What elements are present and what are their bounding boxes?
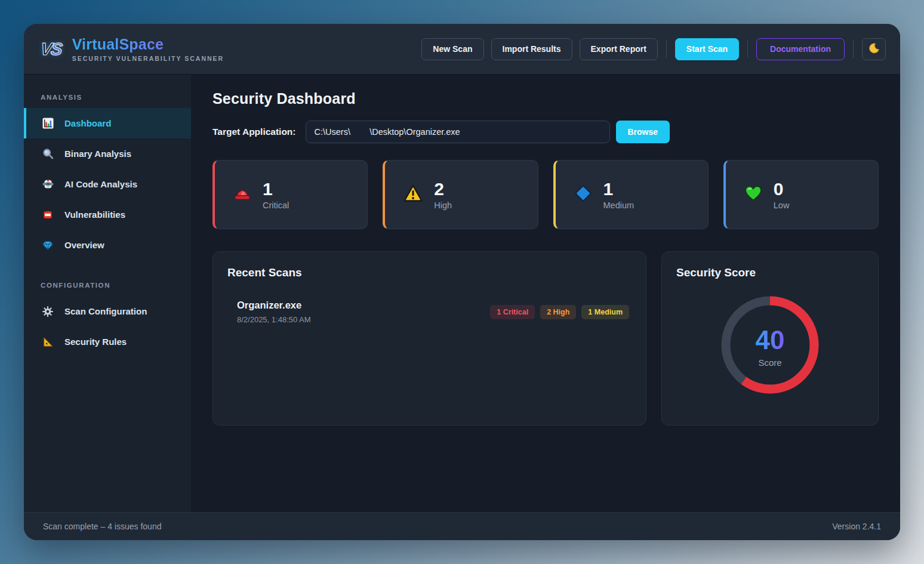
stat-card-critical: 1 Critical	[212, 160, 368, 229]
crescent-moon-icon	[868, 42, 880, 56]
sidebar-item-vulnerabilities[interactable]: Vulnerabilities	[24, 199, 191, 230]
stat-label-low: Low	[774, 201, 790, 210]
brand: VirtualSpace SECURITY VULNERABILITY SCAN…	[72, 36, 224, 62]
stat-value-critical: 1	[263, 179, 289, 199]
main-content: Security Dashboard Target Application: B…	[191, 75, 900, 512]
robot-icon	[41, 178, 55, 190]
sidebar-item-label: Dashboard	[64, 118, 111, 128]
sidebar-section-configuration: CONFIGURATION	[24, 269, 191, 296]
sidebar-section-analysis: ANALYSIS	[24, 81, 191, 108]
blue-gem-icon	[41, 239, 55, 251]
header-divider	[666, 40, 667, 58]
magnifier-icon	[41, 147, 55, 160]
recent-scans-title: Recent Scans	[227, 266, 632, 279]
start-scan-button[interactable]: Start Scan	[675, 38, 739, 60]
browse-button[interactable]: Browse	[616, 121, 670, 143]
green-heart-icon	[744, 184, 763, 205]
app-subtitle: SECURITY VULNERABILITY SCANNER	[72, 55, 224, 62]
security-score-gauge: 40 Score	[717, 292, 823, 400]
export-report-button[interactable]: Export Report	[580, 38, 658, 60]
page-title: Security Dashboard	[212, 90, 879, 107]
badge-critical: 1 Critical	[490, 305, 535, 319]
sidebar-item-label: Overview	[64, 240, 104, 250]
app-logo: VS	[39, 39, 62, 59]
stat-card-medium: 1 Medium	[553, 160, 709, 229]
scan-status-text: Scan complete – 4 issues found	[43, 522, 161, 531]
stat-value-low: 0	[774, 179, 790, 199]
sidebar-item-label: Vulnerabilities	[64, 209, 125, 220]
sidebar-item-ai-code-analysis[interactable]: AI Code Analysis	[24, 169, 191, 199]
status-bar: Scan complete – 4 issues found Version 2…	[24, 512, 900, 540]
sidebar-item-label: Binary Analysis	[64, 149, 131, 159]
security-score-caption: Score	[758, 357, 781, 368]
sidebar: ANALYSIS Dashboard Binary Analysis AI Co…	[24, 75, 191, 512]
theme-toggle-button[interactable]	[862, 38, 886, 60]
documentation-button[interactable]: Documentation	[756, 38, 845, 60]
stat-card-high: 2 High	[383, 160, 538, 229]
header: VS VirtualSpace SECURITY VULNERABILITY S…	[24, 24, 900, 75]
stat-value-high: 2	[434, 179, 452, 199]
header-divider	[853, 40, 854, 58]
header-divider	[747, 40, 748, 58]
sidebar-item-label: AI Code Analysis	[64, 179, 137, 189]
bar-chart-icon	[41, 117, 55, 130]
app-title: VirtualSpace	[72, 36, 224, 53]
scan-name: Organizer.exe	[237, 300, 311, 311]
sidebar-item-security-rules[interactable]: Security Rules	[24, 326, 191, 357]
stats-grid: 1 Critical 2 High	[212, 160, 879, 229]
sidebar-item-scan-configuration[interactable]: Scan Configuration	[24, 296, 191, 326]
import-results-button[interactable]: Import Results	[491, 38, 572, 60]
target-path-input[interactable]	[306, 121, 610, 143]
sidebar-item-binary-analysis[interactable]: Binary Analysis	[24, 138, 191, 169]
security-score-title: Security Score	[676, 266, 864, 279]
siren-icon	[233, 184, 252, 205]
sidebar-item-label: Security Rules	[64, 337, 127, 347]
stat-value-medium: 1	[603, 179, 635, 199]
scan-badges: 1 Critical 2 High 1 Medium	[490, 305, 629, 319]
new-scan-button[interactable]: New Scan	[421, 38, 483, 60]
version-text: Version 2.4.1	[832, 522, 881, 531]
scan-list-item[interactable]: Organizer.exe 8/2/2025, 1:48:50 AM 1 Cri…	[227, 296, 632, 328]
sidebar-item-label: Scan Configuration	[64, 306, 147, 316]
triangle-ruler-icon	[41, 336, 55, 348]
badge-high: 2 High	[540, 305, 576, 319]
stat-card-low: 0 Low	[723, 160, 879, 229]
sidebar-item-overview[interactable]: Overview	[24, 230, 191, 260]
stat-label-critical: Critical	[263, 201, 289, 210]
target-application-row: Target Application: Browse	[212, 121, 879, 143]
stat-label-medium: Medium	[603, 201, 635, 210]
gear-icon	[41, 306, 55, 318]
blue-diamond-icon	[574, 184, 593, 205]
warning-triangle-icon	[403, 184, 423, 205]
stat-label-high: High	[434, 201, 452, 210]
sidebar-item-dashboard[interactable]: Dashboard	[24, 108, 191, 138]
security-score-panel: Security Score 40 Score	[661, 251, 879, 426]
scan-timestamp: 8/2/2025, 1:48:50 AM	[237, 315, 311, 324]
target-application-label: Target Application:	[212, 127, 296, 137]
recent-scans-panel: Recent Scans Organizer.exe 8/2/2025, 1:4…	[212, 251, 646, 426]
red-badge-icon	[41, 209, 55, 221]
app-window: VS VirtualSpace SECURITY VULNERABILITY S…	[24, 24, 900, 540]
badge-medium: 1 Medium	[581, 305, 629, 319]
security-score-value: 40	[756, 325, 785, 355]
